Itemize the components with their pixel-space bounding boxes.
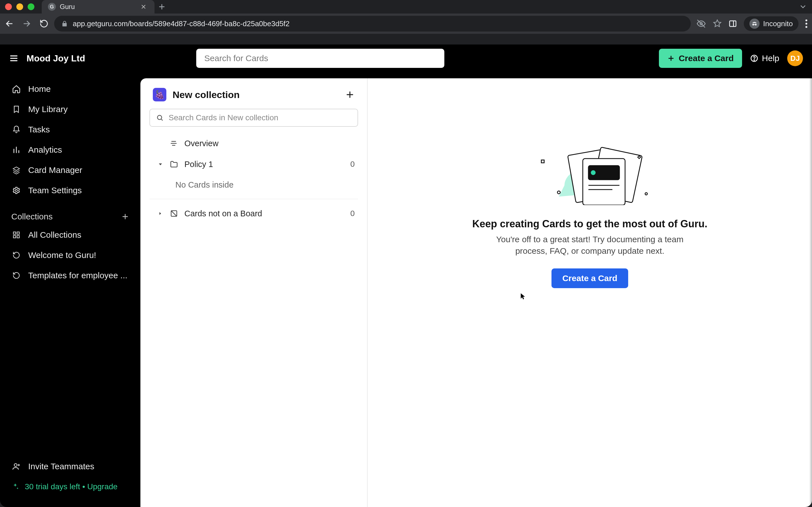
sidebar-item-label: Welcome to Guru!: [28, 250, 96, 260]
trial-upgrade-link[interactable]: 30 trial days left • Upgrade: [0, 476, 140, 497]
bars-icon: [11, 145, 21, 155]
folder-row[interactable]: Policy 1 0: [140, 154, 367, 175]
collection-emoji: 🍇: [155, 90, 165, 100]
window-controls[interactable]: [5, 3, 35, 10]
svg-point-3: [755, 24, 757, 25]
tracking-icon[interactable]: [696, 19, 706, 29]
svg-rect-12: [13, 235, 16, 238]
collection-title: New collection: [172, 89, 240, 100]
collection-badge: 🍇: [153, 88, 166, 101]
sidebar-item-tasks[interactable]: Tasks: [0, 119, 140, 140]
sidebar-item-label: Home: [28, 84, 51, 94]
kebab-menu-icon[interactable]: [805, 19, 808, 28]
caret-right-icon[interactable]: [157, 211, 165, 216]
browser-tab[interactable]: G Guru: [42, 0, 154, 13]
url-text: app.getguru.com/boards/589e4d87-c88d-469…: [73, 19, 290, 28]
grid-icon: [11, 230, 21, 240]
svg-rect-24: [541, 160, 544, 163]
create-card-button[interactable]: Create a Card: [659, 49, 742, 68]
sidebar-item-analytics[interactable]: Analytics: [0, 140, 140, 160]
caret-down-icon[interactable]: [157, 161, 165, 167]
bookmark-star-icon[interactable]: [713, 19, 722, 28]
collections-header: Collections: [0, 207, 140, 224]
svg-rect-10: [13, 232, 16, 234]
svg-point-2: [753, 24, 755, 25]
close-window-icon[interactable]: [5, 3, 12, 10]
sparkle-icon: [11, 483, 19, 491]
folder-label: Policy 1: [185, 160, 213, 169]
empty-state-title: Keep creating Cards to get the most out …: [472, 218, 707, 230]
back-icon[interactable]: [4, 19, 14, 29]
empty-state-subtitle: You're off to a great start! Try documen…: [483, 234, 697, 257]
sidebar-item-label: Analytics: [28, 145, 62, 155]
sidebar-item-templates-collection[interactable]: Templates for employee ...: [0, 265, 140, 286]
svg-point-4: [806, 19, 808, 21]
help-link[interactable]: Help: [750, 54, 779, 63]
svg-rect-1: [730, 21, 736, 26]
trial-label: 30 trial days left • Upgrade: [25, 482, 117, 491]
sidebar-item-label: Tasks: [28, 125, 50, 134]
help-label: Help: [762, 54, 779, 63]
maximize-window-icon[interactable]: [28, 3, 35, 10]
list-icon: [170, 139, 179, 147]
add-item-icon[interactable]: [345, 90, 355, 100]
sidebar-item-welcome-collection[interactable]: Welcome to Guru!: [0, 245, 140, 265]
search-placeholder: Search for Cards: [204, 54, 268, 63]
incognito-chip[interactable]: Incognito: [744, 16, 799, 31]
tabstrip-chevron-icon[interactable]: [799, 3, 807, 11]
invite-teammates-link[interactable]: Invite Teammates: [0, 456, 140, 476]
global-search-input[interactable]: Search for Cards: [196, 49, 444, 68]
divider: [149, 199, 358, 199]
folder-count: 0: [350, 160, 355, 169]
empty-create-card-button[interactable]: Create a Card: [552, 269, 628, 288]
sidebar-item-card-manager[interactable]: Card Manager: [0, 160, 140, 180]
svg-point-6: [806, 26, 808, 28]
home-icon: [11, 84, 21, 94]
svg-point-9: [15, 189, 17, 191]
collections-label: Collections: [11, 212, 53, 221]
svg-rect-11: [17, 232, 19, 234]
add-collection-icon[interactable]: [121, 213, 129, 221]
svg-point-25: [557, 191, 560, 194]
layers-icon: [11, 165, 21, 175]
address-bar[interactable]: app.getguru.com/boards/589e4d87-c88d-469…: [54, 16, 691, 32]
avatar-initials: DJ: [790, 54, 800, 63]
sidebar-item-all-collections[interactable]: All Collections: [0, 225, 140, 245]
overview-label: Overview: [185, 139, 218, 148]
close-tab-icon[interactable]: [140, 4, 147, 10]
tab-favicon: G: [48, 3, 56, 11]
bookmark-icon: [11, 104, 21, 114]
sidebar-item-label: Team Settings: [28, 186, 82, 195]
hamburger-icon[interactable]: [9, 54, 18, 63]
tab-title: Guru: [60, 3, 75, 11]
overview-row[interactable]: Overview: [140, 133, 367, 154]
loose-cards-row[interactable]: Cards not on a Board 0: [140, 203, 367, 224]
panel-icon[interactable]: [728, 19, 737, 28]
reload-icon[interactable]: [40, 19, 49, 28]
new-tab-icon[interactable]: [158, 3, 166, 11]
refresh-icon: [11, 270, 21, 281]
sidebar-item-home[interactable]: Home: [0, 79, 140, 99]
empty-state-illustration: [525, 143, 655, 205]
sidebar-item-my-library[interactable]: My Library: [0, 99, 140, 119]
minimize-window-icon[interactable]: [16, 3, 23, 10]
svg-point-15: [157, 115, 161, 119]
sidebar-item-label: Card Manager: [28, 165, 82, 175]
person-add-icon: [11, 461, 21, 471]
loose-cards-count: 0: [350, 209, 355, 218]
collection-search-input[interactable]: Search Cards in New collection: [149, 109, 358, 127]
avatar[interactable]: DJ: [787, 50, 803, 66]
create-card-label: Create a Card: [679, 54, 733, 63]
sidebar-item-label: My Library: [28, 105, 68, 114]
loose-cards-label: Cards not on a Board: [185, 209, 262, 218]
svg-point-5: [806, 23, 808, 25]
incognito-icon: [749, 18, 760, 29]
bell-icon: [11, 124, 21, 135]
sidebar-item-label: All Collections: [28, 230, 81, 240]
lock-icon: [61, 20, 68, 27]
org-name: Mood Joy Ltd: [27, 53, 85, 64]
svg-point-26: [645, 193, 647, 195]
svg-point-21: [591, 170, 596, 175]
collection-search-placeholder: Search Cards in New collection: [168, 113, 278, 122]
sidebar-item-team-settings[interactable]: Team Settings: [0, 180, 140, 201]
